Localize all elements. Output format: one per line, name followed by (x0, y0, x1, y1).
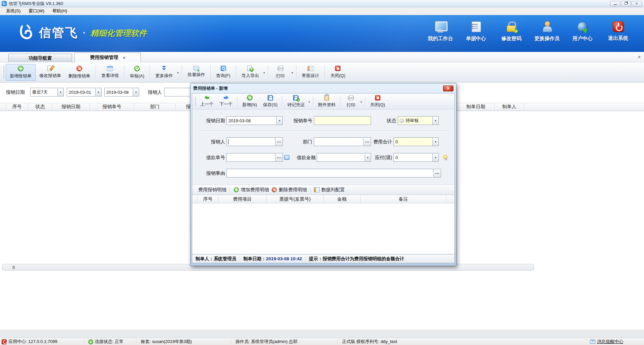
tab-expense-management[interactable]: 费用报销管理 × (74, 53, 141, 62)
maximize-button[interactable] (621, 1, 631, 6)
globe-icon (577, 21, 589, 32)
chevron-down-icon[interactable] (177, 70, 179, 75)
delete-expense-button[interactable]: 删除报销单 (65, 62, 94, 82)
more-actions-button[interactable]: 更多操作 (152, 62, 180, 82)
toolbar-separator (296, 65, 297, 79)
chevron-down-icon[interactable] (432, 153, 438, 161)
column-index[interactable]: 序号 (6, 103, 28, 111)
total-combo[interactable]: 0 (393, 137, 439, 146)
payable-combo[interactable]: 0 (393, 153, 439, 162)
close-page-button[interactable]: 关闭(Q) (327, 62, 349, 82)
dept-input[interactable] (314, 137, 371, 146)
my-workbench-button[interactable]: 我的工作台 (423, 21, 458, 42)
tab-navigation[interactable]: 功能导航窗 (8, 54, 72, 62)
import-export-button[interactable]: 导入导出 (238, 62, 266, 82)
exit-system-button[interactable]: 退出系统 (600, 21, 636, 42)
close-button[interactable]: × (632, 1, 642, 6)
bill-no-input[interactable] (314, 116, 371, 125)
audit-button[interactable]: 审核(A) (126, 62, 148, 82)
toolbar-separator (237, 96, 237, 106)
column-make-date[interactable]: 制单日期 (457, 103, 495, 111)
lock-icon (505, 21, 518, 32)
print-button[interactable]: 打印 (270, 62, 294, 82)
tabstrip-close-icon[interactable]: × (638, 55, 641, 59)
delete-icon (272, 187, 277, 192)
person-lookup-button[interactable] (275, 138, 282, 146)
person-input[interactable] (226, 137, 283, 146)
post-voucher-button[interactable]: 转记凭证 (284, 93, 311, 109)
menu-help[interactable]: 帮助(H) (48, 7, 71, 15)
add-expense-button[interactable]: 新增报销单 (6, 62, 36, 82)
dialog-close-toolbar-button[interactable]: 关闭(Q) (367, 93, 388, 109)
hint-bulb-icon[interactable] (443, 155, 447, 159)
change-password-button[interactable]: 修改密码 (494, 21, 529, 42)
status-combo[interactable]: 待审核 (398, 116, 439, 125)
remove-detail-button[interactable]: 删除费用明细 (271, 187, 307, 193)
message-center-link[interactable]: 消息提醒中心 (590, 338, 623, 345)
chevron-down-icon[interactable] (95, 88, 101, 96)
view-detail-button[interactable]: 查看详情 (98, 62, 122, 82)
switch-operator-button[interactable]: 更换操作员 (529, 21, 565, 42)
add-detail-button[interactable]: 增加费用明细 (233, 187, 269, 193)
detail-column-note[interactable]: 备注 (361, 195, 446, 203)
detail-column-amount[interactable]: 金额 (324, 195, 361, 203)
make-date-label: 制单日期： (244, 256, 266, 261)
detail-column-index[interactable]: 序号 (198, 195, 218, 203)
chevron-down-icon[interactable] (308, 99, 310, 104)
detail-column-invoice[interactable]: 票据号(发票号) (267, 195, 324, 203)
column-bill-no[interactable]: 报销单号 (90, 103, 134, 111)
chevron-down-icon[interactable] (432, 117, 438, 125)
dialog-close-button[interactable]: × (443, 85, 453, 91)
chevron-down-icon[interactable] (133, 88, 139, 96)
detail-tab[interactable]: 费用报销明细 (198, 187, 226, 193)
chevron-down-icon[interactable] (276, 117, 282, 125)
date-from-select[interactable]: 2019-03-01 (67, 88, 102, 96)
date-to-select[interactable]: 2019-03-08 (104, 88, 139, 96)
modify-expense-button[interactable]: 修改报销单 (36, 62, 65, 82)
app-center-status[interactable]: 应用中心: 127.0.0.1:7099 (2, 338, 57, 345)
loan-no-input[interactable] (226, 153, 283, 162)
save-button[interactable]: 保存(S) (260, 93, 280, 109)
chevron-down-icon[interactable] (291, 70, 293, 75)
detail-column-item[interactable]: 费用项目 (218, 195, 267, 203)
expense-date-combo[interactable]: 2019-03-08 (226, 116, 283, 125)
column-status[interactable]: 状态 (28, 103, 52, 111)
column-expense-date[interactable]: 报销日期 (52, 103, 90, 111)
reason-lookup-button[interactable] (433, 169, 441, 177)
ui-design-button[interactable]: 界面设计 (298, 62, 323, 82)
minimize-button[interactable] (610, 1, 620, 6)
chevron-down-icon[interactable] (57, 88, 63, 96)
detail-grid-header: 序号 费用项目 票据号(发票号) 金额 备注 (192, 195, 454, 203)
app-center-icon (2, 339, 7, 344)
loan-browse-icon[interactable] (284, 155, 289, 160)
query-button[interactable]: 查询(F) (212, 62, 234, 82)
toolbar-separator (340, 96, 340, 106)
reason-input[interactable] (226, 169, 441, 178)
document-center-button[interactable]: 单据中心 (458, 21, 494, 42)
column-maker[interactable]: 制单人 (495, 103, 524, 111)
batch-actions-button[interactable]: 批量操作 (184, 62, 209, 82)
column-config-button[interactable]: 数据列配置 (314, 187, 345, 193)
printer-icon (277, 67, 283, 70)
menu-window[interactable]: 窗口(W) (24, 7, 48, 15)
menu-system[interactable]: 系统(S) (2, 7, 24, 15)
user-center-button[interactable]: 用户中心 (565, 21, 600, 42)
toolbar-grip (3, 66, 4, 79)
column-department[interactable]: 部门 (134, 103, 176, 111)
chevron-down-icon[interactable] (263, 70, 265, 75)
expense-date-label: 报销日期 (197, 116, 225, 125)
loan-amount-combo[interactable] (317, 153, 371, 162)
loan-lookup-button[interactable] (275, 153, 282, 161)
tab-close-icon[interactable]: × (123, 56, 125, 60)
dialog-print-button[interactable]: 打印 (342, 93, 363, 109)
new-record-button[interactable]: 新增(N) (239, 93, 260, 109)
menu-bar: 系统(S) 窗口(W) 帮助(H) (0, 7, 644, 15)
detail-toolbar: 费用报销明细 增加费用明细 删除费用明细 数据列配置 (192, 185, 454, 195)
next-record-button[interactable]: 下一个 (216, 93, 235, 109)
chevron-down-icon[interactable] (432, 138, 438, 146)
date-range-select[interactable]: 最近7天 (30, 88, 64, 96)
chevron-down-icon[interactable] (360, 99, 362, 104)
attachment-button[interactable]: 附件资料 (315, 93, 338, 109)
dialog-titlebar[interactable]: 费用报销单 - 新增 × (192, 83, 455, 93)
prev-record-button[interactable]: 上一个 (197, 93, 216, 109)
